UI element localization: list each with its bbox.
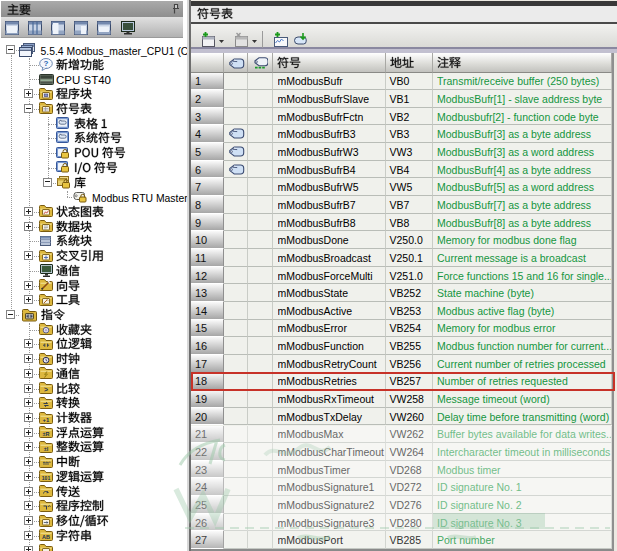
svg-text:±R: ±R <box>42 431 49 437</box>
svg-text:>: > <box>43 386 47 393</box>
svg-text:AB: AB <box>42 534 50 540</box>
svg-text:+1: +1 <box>42 417 50 423</box>
svg-text:±I: ±I <box>43 446 48 452</box>
svg-text:101: 101 <box>41 475 50 481</box>
svg-text:?: ? <box>43 59 48 68</box>
